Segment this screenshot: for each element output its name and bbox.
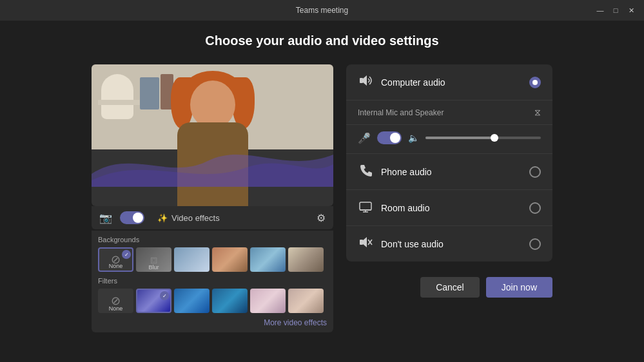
hair-right xyxy=(232,77,255,129)
phone-audio-option[interactable]: Phone audio xyxy=(346,154,552,190)
selected-badge: ✓ xyxy=(122,250,131,259)
bg-2-thumb[interactable] xyxy=(212,247,248,272)
video-preview xyxy=(92,64,333,206)
bg-blur-label: Blur xyxy=(148,264,159,271)
room-audio-label: Room audio xyxy=(381,203,522,213)
shelf xyxy=(98,100,140,105)
no-audio-radio[interactable] xyxy=(529,238,541,250)
main-content: 📷 ✨ Video effects ⚙ Backgrounds ⊘ ✓ None… xyxy=(0,64,644,332)
window-controls: — □ ✕ xyxy=(595,5,636,15)
phone-audio-label: Phone audio xyxy=(381,167,522,177)
audio-card: Computer audio Internal Mic and Speaker … xyxy=(346,64,552,262)
bg-1-thumb[interactable] xyxy=(174,247,210,272)
camera-toggle[interactable] xyxy=(120,211,144,224)
wave-overlay xyxy=(92,135,333,187)
mic-icon: 🎤 xyxy=(358,132,371,144)
video-effects-label: Video effects xyxy=(171,213,220,223)
more-effects-button[interactable]: More video effects xyxy=(98,318,327,327)
f-none-label: None xyxy=(109,305,123,312)
title-bar: Teams meeting — □ ✕ xyxy=(0,0,644,21)
f-1-thumb[interactable]: ✓ xyxy=(136,289,171,313)
video-effects-icon: ✨ xyxy=(157,213,168,223)
window-title: Teams meeting xyxy=(296,6,348,15)
volume-fill xyxy=(425,137,494,139)
bg-4-thumb[interactable] xyxy=(288,247,324,272)
no-audio-option[interactable]: Don't use audio xyxy=(346,226,552,262)
camera-icon: 📷 xyxy=(99,212,112,224)
speaker-icon: 🔈 xyxy=(408,133,419,143)
f-2-thumb[interactable] xyxy=(174,289,210,313)
bg-none-label: None xyxy=(109,263,123,269)
face xyxy=(190,81,235,129)
room-audio-radio[interactable] xyxy=(529,202,541,214)
computer-audio-radio[interactable] xyxy=(529,77,541,88)
filters-label: Filters xyxy=(98,277,327,285)
computer-audio-icon xyxy=(358,73,373,91)
video-controls-bar: 📷 ✨ Video effects ⚙ xyxy=(92,206,333,229)
effects-panels: Backgrounds ⊘ ✓ None ⧈ Blur Filters xyxy=(92,231,333,332)
cancel-button[interactable]: Cancel xyxy=(420,277,480,298)
room-audio-option[interactable]: Room audio xyxy=(346,190,552,226)
close-button[interactable]: ✕ xyxy=(626,5,636,15)
room-audio-icon xyxy=(358,199,373,216)
svg-rect-1 xyxy=(360,202,371,210)
volume-thumb[interactable] xyxy=(491,134,498,142)
mic-speaker-row: Internal Mic and Speaker ⧖ xyxy=(346,100,552,125)
computer-audio-label: Computer audio xyxy=(381,77,522,88)
backgrounds-row: ⊘ ✓ None ⧈ Blur xyxy=(98,247,327,272)
phone-audio-radio[interactable] xyxy=(529,166,541,178)
f-3-thumb[interactable] xyxy=(212,289,248,313)
bg-none-thumb[interactable]: ⊘ ✓ None xyxy=(98,247,133,272)
svg-rect-5 xyxy=(360,240,363,245)
bg-blur-thumb[interactable]: ⧈ Blur xyxy=(136,247,171,272)
phone-audio-icon xyxy=(358,163,373,180)
mic-toggle[interactable] xyxy=(377,131,402,144)
f-none-thumb[interactable]: ⊘ None xyxy=(98,289,133,313)
video-effects-button[interactable]: ✨ Video effects xyxy=(157,213,220,223)
no-audio-icon xyxy=(358,235,373,252)
svg-rect-0 xyxy=(360,78,363,83)
no-audio-label: Don't use audio xyxy=(381,239,522,249)
volume-slider[interactable] xyxy=(425,137,541,139)
filters-row: ⊘ None ✓ xyxy=(98,289,327,313)
page-title: Choose your audio and video settings xyxy=(0,33,644,48)
audio-panel: Computer audio Internal Mic and Speaker … xyxy=(346,64,552,332)
book1 xyxy=(140,77,159,110)
mic-controls: 🎤 🔈 xyxy=(346,125,552,154)
minimize-button[interactable]: — xyxy=(595,5,605,15)
video-settings-button[interactable]: ⚙ xyxy=(317,212,326,224)
mic-speaker-label: Internal Mic and Speaker xyxy=(358,108,528,117)
bg-3-thumb[interactable] xyxy=(250,247,286,272)
join-now-button[interactable]: Join now xyxy=(486,277,552,298)
f-4-thumb[interactable] xyxy=(250,289,286,313)
f-5-thumb[interactable] xyxy=(288,289,324,313)
lamp xyxy=(101,74,133,119)
audio-settings-icon[interactable]: ⧖ xyxy=(534,107,541,118)
action-buttons: Cancel Join now xyxy=(346,277,552,298)
f-selected-badge: ✓ xyxy=(160,291,169,300)
video-panel: 📷 ✨ Video effects ⚙ Backgrounds ⊘ ✓ None… xyxy=(92,64,333,332)
maximize-button[interactable]: □ xyxy=(610,5,621,15)
backgrounds-label: Backgrounds xyxy=(98,236,327,243)
computer-audio-option[interactable]: Computer audio xyxy=(346,64,552,100)
